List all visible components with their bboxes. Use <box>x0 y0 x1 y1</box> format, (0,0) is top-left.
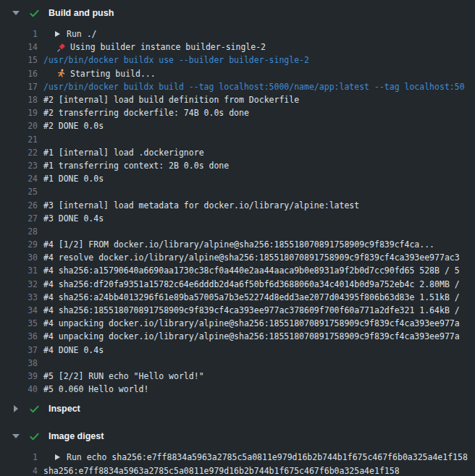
expand-arrow-icon[interactable] <box>55 454 60 460</box>
log-text-value: Run echo sha256:e7ff8834a5963a2785c5a081… <box>67 452 468 462</box>
log-line: 23#1 transferring context: 2B 0.0s done <box>0 159 475 172</box>
log-text-value: #2 transferring dockerfile: 74B 0.0s don… <box>43 108 249 118</box>
log-text-value: #1 DONE 0.0s <box>43 174 104 184</box>
log-text: #4 unpacking docker.io/library/alpine@sh… <box>43 318 460 328</box>
line-number[interactable]: 17 <box>0 82 38 92</box>
check-icon <box>29 404 40 415</box>
log-text: /usr/bin/docker buildx build --tag local… <box>43 82 465 92</box>
line-number[interactable]: 25 <box>0 187 38 197</box>
log-lines: 1Run ./14Using builder instance builder-… <box>0 23 475 396</box>
line-number[interactable]: 37 <box>0 345 38 355</box>
log-line: 30#4 resolve docker.io/library/alpine@sh… <box>0 251 475 264</box>
line-number[interactable]: 4 <box>0 466 38 476</box>
log-text-value: /usr/bin/docker buildx use --builder bui… <box>43 55 309 65</box>
log-text: Starting build... <box>43 69 156 79</box>
log-text: Using builder instance builder-single-2 <box>43 42 266 52</box>
log-line: 40#5 0.060 Hello world! <box>0 383 475 396</box>
line-number[interactable]: 33 <box>0 292 38 302</box>
line-number[interactable]: 21 <box>0 135 38 145</box>
log-lines: 1Run echo sha256:e7ff8834a5963a2785c5a08… <box>0 446 475 476</box>
line-number[interactable]: 19 <box>0 108 38 118</box>
check-icon <box>29 8 40 19</box>
log-text: #1 [internal] load .dockerignore <box>43 148 204 158</box>
line-number[interactable]: 39 <box>0 371 38 381</box>
log-text-value: #3 DONE 0.4s <box>43 213 104 224</box>
line-number[interactable]: 16 <box>0 69 38 79</box>
line-number[interactable]: 32 <box>0 279 38 289</box>
log-line: 34#4 sha256:185518070891758909c9f839cf4c… <box>0 304 475 317</box>
line-number[interactable]: 31 <box>0 265 38 276</box>
log-line: 17/usr/bin/docker buildx build --tag loc… <box>0 80 475 93</box>
log-text: #3 DONE 0.4s <box>43 213 104 224</box>
line-number[interactable]: 26 <box>0 200 38 211</box>
expand-arrow-icon[interactable] <box>55 31 60 37</box>
log-line: 29#4 [1/2] FROM docker.io/library/alpine… <box>0 238 475 251</box>
section-header-build-and-push[interactable]: Build and push <box>0 3 475 23</box>
log-text-value: /usr/bin/docker buildx build --tag local… <box>43 82 465 92</box>
log-line: 18#2 [internal] load build definition fr… <box>0 93 475 106</box>
section-header-image-digest[interactable]: Image digest <box>0 426 475 446</box>
line-number[interactable]: 1 <box>0 29 38 39</box>
log-text: #4 resolve docker.io/library/alpine@sha2… <box>43 252 460 263</box>
log-line: 32#4 sha256:df20fa9351a15782c64e6dddb2d4… <box>0 278 475 291</box>
line-number[interactable]: 22 <box>0 148 38 158</box>
chevron-right-icon <box>12 405 20 412</box>
log-text-value: Run ./ <box>67 29 97 39</box>
line-number[interactable]: 40 <box>0 384 38 394</box>
log-line: 31#4 sha256:a15790640a6690aa1730c38cf0a4… <box>0 264 475 277</box>
log-line: 20#2 DONE 0.0s <box>0 119 475 132</box>
log-text-value: #1 transferring context: 2B 0.0s done <box>43 161 229 171</box>
line-number[interactable]: 35 <box>0 318 38 328</box>
log-line: 22#1 [internal] load .dockerignore <box>0 146 475 159</box>
line-number[interactable]: 27 <box>0 213 38 224</box>
log-text: sha256:e7ff8834a5963a2785c5a0811e979d16b… <box>43 466 400 476</box>
log-text-value: #4 unpacking docker.io/library/alpine@sh… <box>43 331 460 341</box>
line-number[interactable]: 30 <box>0 252 38 263</box>
line-number[interactable]: 24 <box>0 174 38 184</box>
log-section-build-and-push: Build and push 1Run ./14Using builder in… <box>0 3 475 396</box>
log-line: 4sha256:e7ff8834a5963a2785c5a0811e979d16… <box>0 464 475 476</box>
log-line: 14Using builder instance builder-single-… <box>0 41 475 54</box>
log-line: 25 <box>0 185 475 198</box>
log-text: Run ./ <box>43 29 97 39</box>
log-text: #4 [1/2] FROM docker.io/library/alpine@s… <box>43 239 434 250</box>
log-line: 37#4 DONE 0.4s <box>0 344 475 357</box>
log-text-value: #4 sha256:a24bb4013296f61e89ba57005a7b3e… <box>43 292 460 302</box>
section-title: Inspect <box>49 404 80 414</box>
log-line: 33#4 sha256:a24bb4013296f61e89ba57005a7b… <box>0 291 475 304</box>
section-header-inspect[interactable]: Inspect <box>0 399 475 419</box>
log-text: /usr/bin/docker buildx use --builder bui… <box>43 55 309 65</box>
line-number[interactable]: 23 <box>0 161 38 171</box>
line-number[interactable]: 1 <box>0 452 38 462</box>
log-lines <box>0 419 475 423</box>
log-line: 19#2 transferring dockerfile: 74B 0.0s d… <box>0 106 475 119</box>
line-number[interactable]: 15 <box>0 55 38 65</box>
line-number[interactable]: 38 <box>0 358 38 368</box>
chevron-down-icon <box>12 11 20 15</box>
log-text: #4 sha256:185518070891758909c9f839cf4ca3… <box>43 305 460 315</box>
log-text: #4 sha256:a15790640a6690aa1730c38cf0a440… <box>43 265 460 276</box>
log-text-value: sha256:e7ff8834a5963a2785c5a0811e979d16b… <box>43 466 400 476</box>
log-text-value: #5 [2/2] RUN echo "Hello world!" <box>43 371 204 381</box>
log-line: 26#3 [internal] load metadata for docker… <box>0 198 475 211</box>
actions-log-viewer: Build and push 1Run ./14Using builder in… <box>0 0 475 476</box>
log-text: #4 sha256:a24bb4013296f61e89ba57005a7b3e… <box>43 292 460 302</box>
log-line: 21 <box>0 133 475 146</box>
line-number[interactable]: 14 <box>0 42 38 52</box>
log-text: #4 sha256:df20fa9351a15782c64e6dddb2d4a6… <box>43 279 460 289</box>
log-text-value: #1 [internal] load .dockerignore <box>43 148 204 158</box>
log-line: 39#5 [2/2] RUN echo "Hello world!" <box>0 370 475 383</box>
line-number[interactable]: 34 <box>0 305 38 315</box>
line-number[interactable]: 18 <box>0 95 38 105</box>
line-number[interactable]: 20 <box>0 121 38 131</box>
log-section-inspect: Inspect <box>0 399 475 423</box>
log-text-value: #4 sha256:185518070891758909c9f839cf4ca3… <box>43 305 460 315</box>
line-number[interactable]: 36 <box>0 331 38 341</box>
line-number[interactable]: 29 <box>0 239 38 250</box>
log-text: #1 DONE 0.0s <box>43 174 104 184</box>
log-text-value: #2 DONE 0.0s <box>43 121 104 131</box>
log-text-value: #5 0.060 Hello world! <box>43 384 148 394</box>
line-number[interactable]: 28 <box>0 226 38 237</box>
log-line: 15/usr/bin/docker buildx use --builder b… <box>0 54 475 67</box>
log-text-value: #4 sha256:a15790640a6690aa1730c38cf0a440… <box>43 265 460 276</box>
